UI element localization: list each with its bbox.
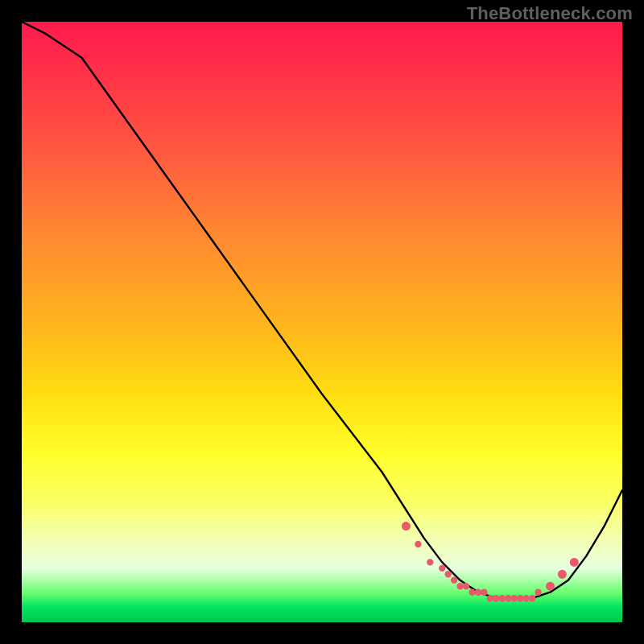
chart-frame: TheBottleneck.com — [0, 0, 644, 644]
curve-marker — [445, 571, 452, 577]
curve-marker — [522, 595, 529, 601]
curve-marker — [487, 595, 493, 601]
curve-marker — [402, 522, 411, 530]
curve-marker — [427, 559, 433, 565]
curve-marker — [505, 595, 511, 601]
curve-marker — [546, 582, 555, 591]
curve-marker — [481, 589, 487, 596]
curve-marker — [475, 589, 481, 596]
curve-marker — [469, 589, 475, 596]
bottleneck-curve — [22, 22, 622, 598]
curve-marker — [517, 595, 523, 601]
chart-overlay-svg — [22, 22, 622, 622]
curve-marker — [511, 595, 518, 601]
watermark-label: TheBottleneck.com — [467, 3, 633, 24]
curve-marker — [499, 595, 506, 601]
curve-marker — [570, 558, 579, 567]
curve-marker — [451, 577, 457, 584]
curve-marker — [439, 565, 445, 572]
curve-marker — [456, 583, 463, 589]
curve-marker — [535, 589, 541, 596]
curve-marker — [493, 595, 499, 601]
curve-marker — [415, 541, 421, 547]
curve-marker — [558, 570, 567, 579]
curve-marker — [463, 583, 469, 589]
curve-marker — [529, 595, 535, 601]
curve-markers — [402, 522, 579, 601]
